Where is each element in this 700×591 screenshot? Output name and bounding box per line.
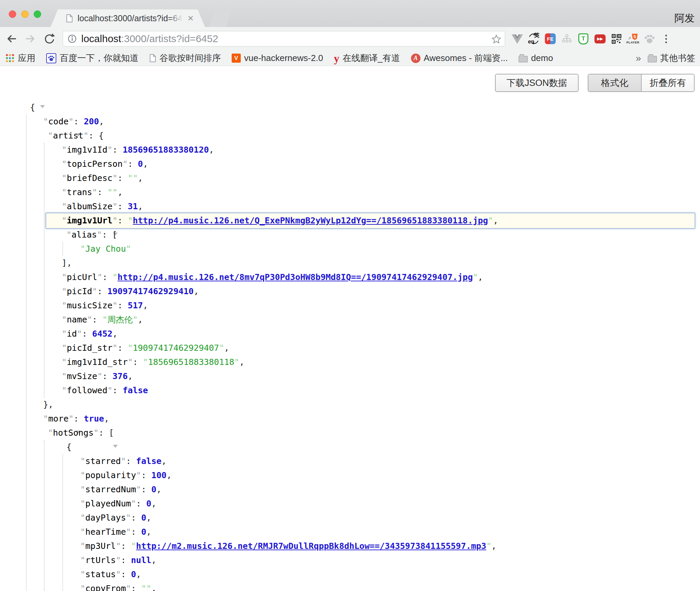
qr-code-extension-icon[interactable] xyxy=(610,31,622,46)
json-line: "dayPlays": 0, xyxy=(0,511,700,525)
baidu-paw-icon xyxy=(46,53,56,63)
bookmark-label: vue-hackernews-2.0 xyxy=(244,53,323,63)
awesomes-icon: A xyxy=(411,54,420,63)
tamper-glyph: T xyxy=(578,33,588,44)
bookmark-youdao[interactable]: y 在线翻译_有道 xyxy=(334,52,400,64)
json-line: { xyxy=(0,440,700,454)
bookmark-google-sort[interactable]: 谷歌按时间排序 xyxy=(149,52,221,64)
sitemap-extension-icon[interactable] xyxy=(561,31,573,46)
minimize-window-button[interactable] xyxy=(21,10,29,18)
json-line: "musicSize": 517, xyxy=(0,299,700,313)
json-line: "starred": false, xyxy=(0,454,700,468)
json-line: "topicPerson": 0, xyxy=(0,157,700,171)
tab-close-icon[interactable]: × xyxy=(187,13,194,23)
download-json-button[interactable]: 下载JSON数据 xyxy=(495,74,579,92)
json-line: "img1v1Id_str": "18569651883380118", xyxy=(0,355,700,369)
collapse-all-button[interactable]: 折叠所有 xyxy=(642,74,694,91)
tab-bar: localhost:3000/artists?id=645 × 阿发 xyxy=(0,0,700,27)
other-bookmarks-folder[interactable]: 其他书签 xyxy=(648,52,695,64)
json-line: "rtUrls": null, xyxy=(0,553,700,567)
json-line: { xyxy=(0,100,700,115)
json-line: "status": 0, xyxy=(0,567,700,582)
bookmarks-overflow-chevron[interactable]: » xyxy=(636,53,641,64)
json-line: "img1v1Id": 18569651883380120, xyxy=(0,143,700,157)
back-button[interactable] xyxy=(5,33,18,45)
format-button[interactable]: 格式化 xyxy=(588,74,642,91)
bookmark-star-icon[interactable] xyxy=(491,34,501,45)
json-line: "Jay Chou" xyxy=(0,242,700,256)
json-line: "artist": { xyxy=(0,129,700,143)
zoom-window-button[interactable] xyxy=(34,10,41,18)
bookmark-apps[interactable]: 应用 xyxy=(5,52,35,64)
json-line: "img1v1Url": "http://p4.music.126.net/Q_… xyxy=(0,214,700,228)
folder-icon xyxy=(648,56,657,62)
fast-forward-extension-icon[interactable]: ▶▶ xyxy=(594,31,606,46)
json-line: "alias": [ xyxy=(0,228,700,242)
close-window-button[interactable] xyxy=(9,10,16,18)
html5-player-extension-icon[interactable]: 5 PLAYER xyxy=(627,31,639,46)
address-bar[interactable]: localhost:3000/artists?id=6452 xyxy=(63,31,505,46)
h5-number-glyph: 5 xyxy=(632,34,638,40)
json-line: "picId_str": "19097417462929407", xyxy=(0,341,700,355)
profile-name[interactable]: 阿发 xyxy=(674,11,695,25)
json-line: "albumSize": 31, xyxy=(0,199,700,214)
json-line: "picId": 19097417462929410, xyxy=(0,284,700,299)
h5-wing-shape xyxy=(628,36,631,40)
bookmark-label: demo xyxy=(531,53,553,63)
collapse-triangle-icon[interactable] xyxy=(113,445,118,458)
json-line: "followed": false xyxy=(0,383,700,398)
tab-title-wrap: localhost:3000/artists?id=645 xyxy=(78,9,185,27)
url-link[interactable]: http://m2.music.126.net/RMJR7wDullRqppBk… xyxy=(136,541,487,551)
json-line: "picUrl": "http://p4.music.126.net/8mv7q… xyxy=(0,270,700,284)
view-mode-segmented-control: 格式化 折叠所有 xyxy=(588,74,695,92)
h5-player-label: PLAYER xyxy=(626,41,640,44)
collapse-triangle-icon[interactable] xyxy=(40,105,45,118)
fe-glyph: FE xyxy=(545,33,556,44)
json-line: "playedNum": 0, xyxy=(0,497,700,511)
new-tab-button[interactable] xyxy=(209,10,233,27)
reload-button[interactable] xyxy=(43,33,55,45)
vue-orange-icon: V xyxy=(232,54,241,63)
json-line: "trans": "", xyxy=(0,185,700,199)
json-view: {"code": 200,"artist": {"img1v1Id": 1856… xyxy=(0,100,700,591)
json-line: "hotSongs": [ xyxy=(0,426,700,440)
bookmark-demo-folder[interactable]: demo xyxy=(519,53,553,63)
tampermonkey-shield-icon[interactable]: T xyxy=(577,31,589,46)
url-link[interactable]: http://p4.music.126.net/Q_ExePNkmgB2yWyL… xyxy=(133,216,488,225)
forward-button[interactable] xyxy=(24,33,36,45)
youdao-icon: y xyxy=(334,54,339,63)
url-link[interactable]: http://p4.music.126.net/8mv7qP30Pd3oHW8b… xyxy=(118,272,473,282)
fe-extension-icon[interactable]: FE xyxy=(544,31,556,46)
folder-icon xyxy=(519,56,528,62)
json-line: "popularity": 100, xyxy=(0,468,700,483)
fast-forward-glyph: ▶▶ xyxy=(594,34,606,43)
paw-extension-icon[interactable] xyxy=(643,31,655,46)
bookmark-label: Awesomes - 前端资... xyxy=(424,52,508,64)
window-controls xyxy=(9,10,41,18)
bookmark-label: 在线翻译_有道 xyxy=(343,52,400,64)
page-info-icon[interactable] xyxy=(68,34,77,43)
json-line: ], xyxy=(0,256,700,270)
json-line: "more": true, xyxy=(0,412,700,426)
json-line: "starredNum": 0, xyxy=(0,483,700,497)
browser-tab[interactable]: localhost:3000/artists?id=645 × xyxy=(51,9,205,27)
vue-devtools-icon[interactable] xyxy=(511,31,523,46)
json-line: "id": 6452, xyxy=(0,327,700,341)
bookmark-label: 其他书签 xyxy=(660,52,695,64)
bookmark-awesomes[interactable]: A Awesomes - 前端资... xyxy=(411,52,508,64)
json-line: "code": 200, xyxy=(0,115,700,129)
json-line: "hearTime": 0, xyxy=(0,525,700,539)
url-host: localhost xyxy=(81,33,121,44)
bookmark-vue-hackernews[interactable]: V vue-hackernews-2.0 xyxy=(232,53,323,63)
json-line: "briefDesc": "", xyxy=(0,171,700,185)
translate-extension-icon[interactable]: 英 en xyxy=(528,31,540,46)
browser-window: localhost:3000/artists?id=645 × 阿发 local… xyxy=(0,0,700,591)
browser-menu-icon[interactable] xyxy=(660,31,672,46)
bookmarks-bar: 应用 百度一下，你就知道 谷歌按时间排序 V vue-hackernews-2.… xyxy=(0,51,700,66)
json-line: "name": "周杰伦", xyxy=(0,313,700,327)
bookmark-baidu[interactable]: 百度一下，你就知道 xyxy=(46,52,139,64)
apps-grid-icon xyxy=(5,54,14,63)
page-content: 下载JSON数据 格式化 折叠所有 {"code": 200,"artist":… xyxy=(0,66,700,591)
url-text[interactable]: localhost:3000/artists?id=6452 xyxy=(81,33,218,44)
bookmark-label: 谷歌按时间排序 xyxy=(159,52,221,64)
